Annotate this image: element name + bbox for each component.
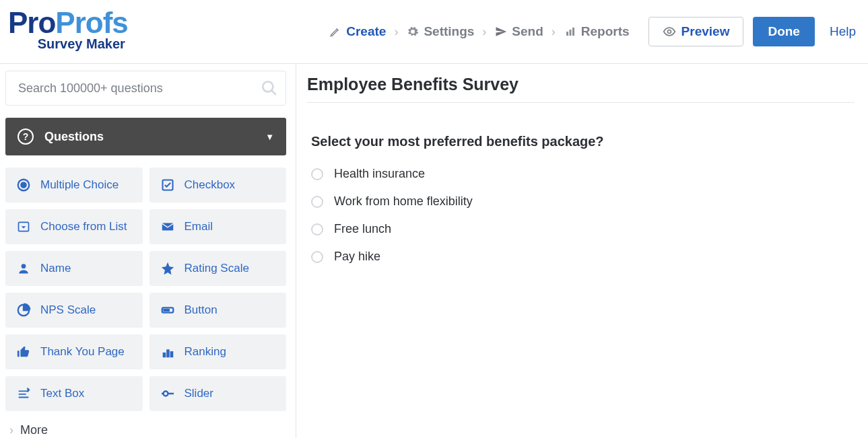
app-header: ProProfs Survey Maker Create › Settings … xyxy=(0,0,868,64)
preview-button[interactable]: Preview xyxy=(648,17,744,46)
qtype-text-box[interactable]: Text Box xyxy=(5,376,143,411)
qtype-thank-you-page[interactable]: Thank You Page xyxy=(5,334,143,369)
questions-accordion-header[interactable]: ? Questions ▼ xyxy=(5,118,286,155)
svg-point-3 xyxy=(667,30,671,34)
bar-chart-icon xyxy=(564,25,577,38)
qtype-label: Rating Scale xyxy=(185,262,249,275)
svg-rect-13 xyxy=(164,309,168,311)
person-icon xyxy=(15,260,32,277)
svg-rect-2 xyxy=(572,28,574,36)
qtype-choose-from-list[interactable]: Choose from List xyxy=(5,209,143,244)
chevron-right-icon: › xyxy=(550,25,557,39)
qtype-label: Choose from List xyxy=(40,220,127,233)
star-icon xyxy=(159,260,176,277)
qtype-email[interactable]: Email xyxy=(149,209,287,244)
logo[interactable]: ProProfs Survey Maker xyxy=(8,8,128,52)
crumb-reports[interactable]: Reports xyxy=(564,24,630,39)
pie-chart-icon xyxy=(15,301,32,319)
option-row: Health insurance xyxy=(311,167,855,181)
svg-rect-14 xyxy=(162,353,166,357)
qtype-label: Slider xyxy=(185,387,213,400)
envelope-icon xyxy=(159,218,176,235)
button-icon xyxy=(159,301,176,319)
qtype-name[interactable]: Name xyxy=(5,251,143,286)
survey-title[interactable]: Employee Benefits Survey xyxy=(307,75,855,103)
question-mark-icon: ? xyxy=(18,129,34,145)
dropdown-icon xyxy=(15,218,32,235)
option-label[interactable]: Free lunch xyxy=(334,222,391,236)
crumb-send-label: Send xyxy=(512,24,543,39)
svg-rect-15 xyxy=(166,349,170,357)
qtype-label: Name xyxy=(40,262,71,275)
qtype-label: NPS Scale xyxy=(40,303,96,317)
crumb-send[interactable]: Send xyxy=(494,24,543,39)
logo-subtitle: Survey Maker xyxy=(38,36,125,52)
crumb-settings-label: Settings xyxy=(424,24,474,39)
svg-point-18 xyxy=(163,392,168,396)
qtype-label: Thank You Page xyxy=(40,345,125,359)
qtype-label: Ranking xyxy=(185,345,226,359)
qtype-label: Checkbox xyxy=(185,178,236,192)
sidebar: ? Questions ▼ Multiple Choice Checkbox xyxy=(0,64,296,438)
radio-button[interactable] xyxy=(311,196,323,208)
svg-rect-1 xyxy=(569,30,571,36)
slider-icon xyxy=(159,385,176,402)
preview-label: Preview xyxy=(681,24,730,39)
paper-plane-icon xyxy=(494,25,508,38)
option-label[interactable]: Pay hike xyxy=(334,250,380,264)
done-button[interactable]: Done xyxy=(753,17,815,46)
radio-button[interactable] xyxy=(311,223,323,235)
radio-button[interactable] xyxy=(311,251,323,263)
logo-main: ProProfs xyxy=(8,8,128,38)
svg-rect-10 xyxy=(162,223,173,231)
more-label: More xyxy=(20,423,48,437)
chevron-down-icon: ▼ xyxy=(265,132,274,142)
qtype-nps-scale[interactable]: NPS Scale xyxy=(5,293,143,328)
option-label[interactable]: Work from home flexibility xyxy=(334,194,473,209)
crumb-reports-label: Reports xyxy=(581,24,630,39)
qtype-label: Button xyxy=(185,303,218,317)
qtype-ranking[interactable]: Ranking xyxy=(149,334,287,369)
option-row: Free lunch xyxy=(311,222,855,236)
checkbox-icon xyxy=(159,176,176,194)
qtype-multiple-choice[interactable]: Multiple Choice xyxy=(5,168,143,203)
search-input[interactable] xyxy=(5,71,286,106)
svg-point-4 xyxy=(263,81,273,92)
svg-rect-0 xyxy=(566,32,568,36)
question-type-grid: Multiple Choice Checkbox Choose from Lis… xyxy=(3,168,289,411)
chevron-right-icon: › xyxy=(393,25,399,39)
svg-rect-16 xyxy=(170,351,173,357)
eye-icon xyxy=(663,25,676,38)
crumb-create-label: Create xyxy=(346,24,386,39)
qtype-rating-scale[interactable]: Rating Scale xyxy=(149,251,287,286)
app-body: ? Questions ▼ Multiple Choice Checkbox xyxy=(0,64,868,438)
wizard-breadcrumbs: Create › Settings › Send › Reports xyxy=(329,24,629,39)
questions-header-label: Questions xyxy=(44,130,104,144)
qtype-label: Multiple Choice xyxy=(40,178,119,192)
option-row: Pay hike xyxy=(311,250,855,264)
crumb-create[interactable]: Create xyxy=(329,24,386,39)
chevron-right-icon: › xyxy=(481,25,488,39)
thumbs-up-icon xyxy=(15,343,32,361)
qtype-checkbox[interactable]: Checkbox xyxy=(149,168,287,203)
help-link[interactable]: Help xyxy=(830,24,856,39)
radio-button[interactable] xyxy=(311,168,323,180)
qtype-label: Email xyxy=(185,220,213,233)
ranking-icon xyxy=(159,343,176,361)
question-block: Select your most preferred benefits pack… xyxy=(307,103,855,264)
textbox-icon xyxy=(15,385,32,402)
gear-icon xyxy=(406,25,420,38)
option-label[interactable]: Health insurance xyxy=(334,167,425,181)
qtype-label: Text Box xyxy=(40,387,84,400)
question-text[interactable]: Select your most preferred benefits pack… xyxy=(311,134,855,149)
crumb-settings[interactable]: Settings xyxy=(406,24,474,39)
logo-pro: Pro xyxy=(8,6,55,39)
search-wrap xyxy=(5,71,286,106)
qtype-slider[interactable]: Slider xyxy=(149,376,287,411)
search-icon[interactable] xyxy=(261,79,278,97)
svg-line-5 xyxy=(271,90,276,95)
svg-point-7 xyxy=(21,182,26,187)
main-panel: Employee Benefits Survey Select your mos… xyxy=(296,64,868,438)
more-link[interactable]: › More xyxy=(3,411,289,437)
qtype-button[interactable]: Button xyxy=(149,293,287,328)
